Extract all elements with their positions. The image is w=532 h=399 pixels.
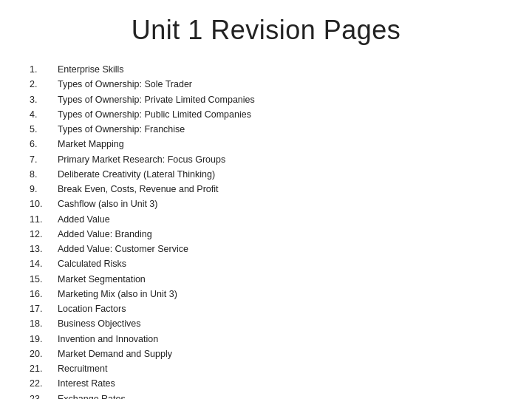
item-number: 17. bbox=[30, 301, 58, 316]
item-number: 7. bbox=[30, 152, 58, 167]
item-text: Market Mapping bbox=[58, 137, 124, 151]
revision-list: 1.Enterprise Skills2.Types of Ownership:… bbox=[30, 62, 502, 399]
item-text: Deliberate Creativity (Lateral Thinking) bbox=[58, 167, 215, 182]
list-item: 8.Deliberate Creativity (Lateral Thinkin… bbox=[30, 167, 502, 182]
item-text: Recruitment bbox=[58, 361, 107, 376]
list-item: 7.Primary Market Research: Focus Groups bbox=[30, 152, 502, 167]
item-text: Interest Rates bbox=[58, 376, 115, 391]
item-number: 18. bbox=[30, 316, 58, 331]
list-item: 15.Market Segmentation bbox=[30, 272, 502, 287]
item-text: Types of Ownership: Sole Trader bbox=[58, 77, 192, 92]
item-number: 8. bbox=[30, 167, 58, 182]
item-number: 14. bbox=[30, 256, 58, 271]
item-number: 5. bbox=[30, 122, 58, 137]
item-text: Types of Ownership: Franchise bbox=[58, 122, 185, 137]
item-number: 10. bbox=[30, 197, 58, 211]
item-text: Marketing Mix (also in Unit 3) bbox=[58, 287, 177, 301]
item-number: 11. bbox=[30, 212, 58, 227]
item-text: Types of Ownership: Private Limited Comp… bbox=[58, 92, 255, 107]
item-text: Location Factors bbox=[58, 301, 126, 316]
list-item: 12.Added Value: Branding bbox=[30, 227, 502, 242]
item-number: 1. bbox=[30, 62, 58, 77]
item-text: Exchange Rates bbox=[58, 392, 126, 400]
list-item: 5.Types of Ownership: Franchise bbox=[30, 122, 502, 137]
item-text: Market Demand and Supply bbox=[58, 347, 172, 361]
page-title: Unit 1 Revision Pages bbox=[30, 15, 502, 46]
item-text: Invention and Innovation bbox=[58, 332, 158, 347]
item-number: 20. bbox=[30, 347, 58, 361]
item-number: 4. bbox=[30, 107, 58, 122]
item-number: 6. bbox=[30, 137, 58, 151]
item-number: 19. bbox=[30, 332, 58, 347]
list-item: 6.Market Mapping bbox=[30, 137, 502, 151]
item-number: 23. bbox=[30, 392, 58, 400]
list-item: 21.Recruitment bbox=[30, 361, 502, 376]
item-number: 12. bbox=[30, 227, 58, 242]
list-item: 22.Interest Rates bbox=[30, 376, 502, 391]
list-item: 20.Market Demand and Supply bbox=[30, 347, 502, 361]
list-item: 1.Enterprise Skills bbox=[30, 62, 502, 77]
item-text: Enterprise Skills bbox=[58, 62, 124, 77]
item-text: Market Segmentation bbox=[58, 272, 146, 287]
item-number: 3. bbox=[30, 92, 58, 107]
item-number: 2. bbox=[30, 77, 58, 92]
item-text: Primary Market Research: Focus Groups bbox=[58, 152, 225, 167]
item-text: Added Value: Branding bbox=[58, 227, 152, 242]
list-item: 10.Cashflow (also in Unit 3) bbox=[30, 197, 502, 211]
item-text: Calculated Risks bbox=[58, 256, 126, 271]
list-item: 11.Added Value bbox=[30, 212, 502, 227]
list-item: 17.Location Factors bbox=[30, 301, 502, 316]
item-number: 9. bbox=[30, 182, 58, 197]
item-number: 21. bbox=[30, 361, 58, 376]
list-item: 9.Break Even, Costs, Revenue and Profit bbox=[30, 182, 502, 197]
list-item: 16.Marketing Mix (also in Unit 3) bbox=[30, 287, 502, 301]
item-text: Cashflow (also in Unit 3) bbox=[58, 197, 157, 211]
item-text: Break Even, Costs, Revenue and Profit bbox=[58, 182, 218, 197]
list-item: 3.Types of Ownership: Private Limited Co… bbox=[30, 92, 502, 107]
page: Unit 1 Revision Pages 1.Enterprise Skill… bbox=[0, 0, 532, 399]
list-item: 23.Exchange Rates bbox=[30, 392, 502, 400]
list-item: 14.Calculated Risks bbox=[30, 256, 502, 271]
item-text: Business Objectives bbox=[58, 316, 141, 331]
list-item: 13.Added Value: Customer Service bbox=[30, 242, 502, 256]
item-text: Types of Ownership: Public Limited Compa… bbox=[58, 107, 251, 122]
item-text: Added Value: Customer Service bbox=[58, 242, 188, 256]
list-item: 19.Invention and Innovation bbox=[30, 332, 502, 347]
list-item: 2.Types of Ownership: Sole Trader bbox=[30, 77, 502, 92]
list-item: 4.Types of Ownership: Public Limited Com… bbox=[30, 107, 502, 122]
item-text: Added Value bbox=[58, 212, 110, 227]
item-number: 16. bbox=[30, 287, 58, 301]
list-item: 18.Business Objectives bbox=[30, 316, 502, 331]
item-number: 13. bbox=[30, 242, 58, 256]
item-number: 15. bbox=[30, 272, 58, 287]
item-number: 22. bbox=[30, 376, 58, 391]
